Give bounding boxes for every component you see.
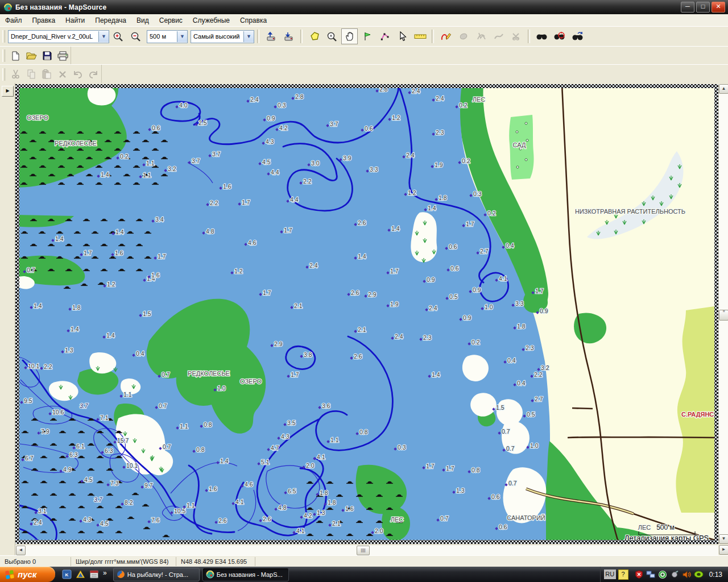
svg-text:0.7: 0.7 — [159, 402, 167, 409]
horizontal-scroll-thumb[interactable]: |||| — [357, 546, 370, 555]
vertical-scroll-thumb[interactable]: ≡ — [719, 310, 728, 321]
svg-text:1.7: 1.7 — [84, 250, 92, 256]
map-canvas[interactable]: 4.02.42.80.32.82.42.40.20.92.54.23.70.61… — [15, 84, 718, 544]
toolbar-grip[interactable] — [2, 49, 5, 62]
quicklaunch-app-icon[interactable] — [88, 569, 100, 580]
zoom-scale-select[interactable]: 500 м ▼ — [147, 30, 188, 43]
route-tool-button[interactable] — [377, 28, 393, 44]
find-nearest-button[interactable] — [551, 28, 568, 44]
orchard-dot — [516, 131, 518, 133]
device-tray-icon[interactable] — [670, 569, 680, 579]
svg-text:1.0: 1.0 — [217, 385, 226, 392]
track-split-tool-button[interactable] — [508, 28, 524, 44]
scroll-right-button[interactable]: ► — [719, 545, 728, 555]
zoom-tool-button[interactable] — [324, 28, 340, 44]
network-icon[interactable] — [646, 569, 656, 579]
svg-text:1.9: 1.9 — [435, 161, 443, 168]
waypoint-tool-button[interactable] — [359, 28, 375, 44]
svg-text:1.4: 1.4 — [71, 326, 79, 332]
recent-finds-button[interactable] — [569, 28, 585, 44]
svg-text:0.2: 0.2 — [459, 102, 468, 109]
undo-button[interactable] — [71, 67, 85, 82]
chevron-down-icon[interactable]: ▼ — [243, 31, 254, 42]
scroll-up-button[interactable]: ▲ — [719, 84, 728, 94]
quicklaunch-delta-icon[interactable] — [75, 569, 86, 580]
svg-text:0.8: 0.8 — [359, 429, 368, 435]
start-button[interactable]: пуск — [0, 567, 55, 582]
svg-text:1.7: 1.7 — [390, 268, 399, 275]
track-select-tool-button[interactable] — [473, 28, 489, 44]
task-button-mapsource[interactable]: Без названия - MapS... — [202, 568, 289, 581]
menu-transfer[interactable]: Передача — [90, 15, 131, 26]
map-label: НИЗКОТРАВНАЯ РАСТИТЕЛЬНОСТЬ — [575, 208, 685, 215]
scroll-left-button[interactable]: ◄ — [16, 546, 26, 555]
menu-help[interactable]: Справка — [235, 15, 272, 26]
track-erase-tool-button[interactable] — [455, 28, 471, 44]
copy-button[interactable] — [24, 67, 38, 82]
zoom-out-button[interactable] — [127, 28, 144, 44]
menu-file[interactable]: Файл — [0, 15, 27, 26]
vertical-scrollbar[interactable]: ▲ ≡ ▼ — [718, 84, 728, 544]
paste-button[interactable] — [40, 67, 54, 82]
detail-level-select[interactable]: Самый высокий ▼ — [191, 30, 254, 43]
svg-text:1.7: 1.7 — [466, 221, 474, 227]
receive-from-device-button[interactable] — [280, 28, 297, 44]
menu-tools[interactable]: Сервис — [154, 15, 188, 26]
minimize-button[interactable]: ─ — [681, 2, 694, 13]
send-to-device-button[interactable] — [263, 28, 279, 44]
road — [568, 437, 718, 438]
quicklaunch-kmp-icon[interactable]: K — [61, 569, 72, 580]
find-button[interactable] — [533, 28, 550, 44]
volume-icon[interactable] — [682, 569, 692, 579]
menu-find[interactable]: Найти — [60, 15, 90, 26]
open-button[interactable] — [24, 48, 39, 63]
print-button[interactable] — [55, 48, 70, 63]
quicklaunch-overflow-chevron[interactable]: » — [103, 569, 107, 577]
menu-edit[interactable]: Правка — [27, 15, 61, 26]
panel-expand-button[interactable]: ▶ — [2, 86, 14, 97]
menu-utilities[interactable]: Служебные — [188, 15, 235, 26]
pan-tool-button[interactable] — [341, 28, 358, 44]
chevron-down-icon[interactable]: ▼ — [177, 31, 187, 42]
language-indicator[interactable]: RU — [604, 569, 616, 579]
security-alert-icon[interactable] — [634, 569, 644, 579]
windows-logo-icon — [5, 569, 15, 580]
nvidia-tray-icon[interactable] — [694, 569, 704, 579]
track-filter-tool-button[interactable] — [490, 28, 507, 44]
cut-button[interactable] — [9, 67, 23, 82]
svg-text:3.3: 3.3 — [370, 166, 378, 173]
new-button[interactable] — [9, 48, 23, 63]
measure-tool-button[interactable] — [412, 28, 428, 44]
svg-text:0.9: 0.9 — [463, 314, 471, 321]
save-button[interactable] — [40, 48, 55, 63]
scroll-down-button[interactable]: ▼ — [719, 534, 728, 544]
svg-text:2.9: 2.9 — [274, 340, 283, 347]
chevron-down-icon[interactable]: ▼ — [98, 31, 109, 42]
close-button[interactable]: ✕ — [712, 2, 725, 13]
map-tool-button[interactable] — [306, 28, 322, 44]
toolbar-grip[interactable] — [2, 68, 5, 81]
menu-view[interactable]: Вид — [131, 15, 154, 26]
svg-text:3.3: 3.3 — [515, 300, 524, 307]
title-bar[interactable]: Без названия - MapSource ─ □ ✕ — [0, 0, 728, 14]
player-tray-icon[interactable] — [658, 569, 668, 579]
toolbar-grip[interactable] — [2, 30, 5, 43]
maximize-button[interactable]: □ — [696, 2, 710, 13]
task-button-browser[interactable]: На рыбалку! - Стра... — [113, 568, 200, 581]
svg-text:2.8: 2.8 — [295, 93, 304, 100]
zoom-in-button[interactable] — [110, 28, 126, 44]
horizontal-scrollbar[interactable]: ◄ |||| — [15, 544, 718, 555]
svg-text:1.3: 1.3 — [65, 347, 73, 354]
svg-text:2.5: 2.5 — [198, 119, 207, 126]
orchard-dot — [526, 139, 528, 142]
svg-text:2.6: 2.6 — [263, 516, 271, 522]
delete-button[interactable] — [55, 67, 69, 82]
help-tray-icon[interactable]: ? — [618, 569, 628, 580]
map-product-select[interactable]: Dnepr_Dunaj_River v.2_00uL ▼ — [8, 30, 109, 43]
svg-text:7.6: 7.6 — [151, 517, 160, 523]
track-draw-tool-button[interactable] — [437, 28, 454, 44]
svg-text:3.7: 3.7 — [212, 151, 221, 157]
svg-text:1.2: 1.2 — [408, 189, 416, 196]
select-tool-button[interactable] — [394, 28, 411, 44]
redo-button[interactable] — [86, 67, 101, 82]
